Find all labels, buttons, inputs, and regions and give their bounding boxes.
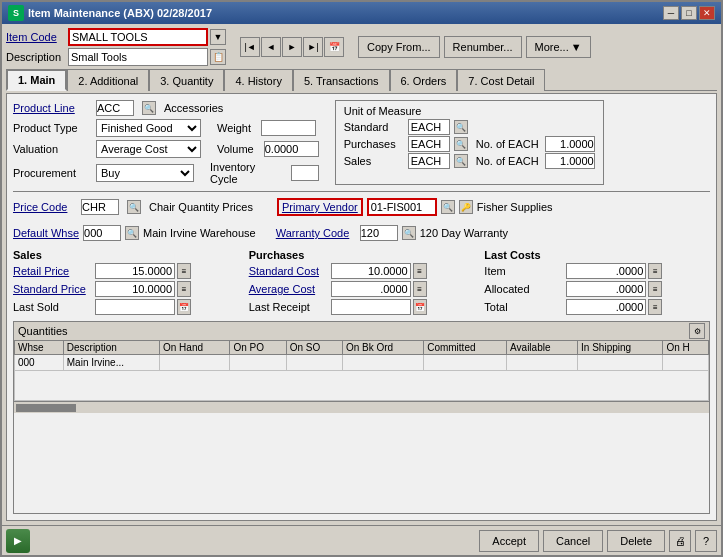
tab-quantity[interactable]: 3. Quantity bbox=[149, 69, 224, 91]
default-whse-input[interactable] bbox=[83, 225, 121, 241]
procurement-label: Procurement bbox=[13, 167, 88, 179]
valuation-select[interactable]: Average Cost LIFO FIFO Standard bbox=[96, 140, 201, 158]
procurement-select[interactable]: Buy Make bbox=[96, 164, 194, 182]
std-cost-row: Standard Cost ≡ bbox=[249, 263, 475, 279]
lc-item-calc[interactable]: ≡ bbox=[648, 263, 662, 279]
description-input[interactable] bbox=[68, 48, 208, 66]
lc-item-input[interactable] bbox=[566, 263, 646, 279]
valuation-label: Valuation bbox=[13, 143, 88, 155]
tabs-row: 1. Main 2. Additional 3. Quantity 4. His… bbox=[6, 68, 717, 91]
std-cost-input[interactable] bbox=[331, 263, 411, 279]
col-committed: Committed bbox=[424, 341, 507, 355]
cancel-button[interactable]: Cancel bbox=[543, 530, 603, 552]
uom-sales-lookup[interactable]: 🔍 bbox=[454, 154, 468, 168]
renumber-button[interactable]: Renumber... bbox=[444, 36, 522, 58]
retail-price-calc[interactable]: ≡ bbox=[177, 263, 191, 279]
nav-prev[interactable]: ◄ bbox=[261, 37, 281, 57]
last-receipt-input[interactable] bbox=[331, 299, 411, 315]
bottom-bar: ▶ Accept Cancel Delete 🖨 ? bbox=[2, 525, 721, 555]
uom-standard-input[interactable] bbox=[408, 119, 450, 135]
last-receipt-calendar[interactable]: 📅 bbox=[413, 299, 427, 315]
uom-section: Unit of Measure Standard 🔍 Purchases 🔍 N… bbox=[335, 100, 604, 185]
inventory-cycle-input[interactable] bbox=[291, 165, 319, 181]
warranty-code-name: 120 Day Warranty bbox=[420, 227, 508, 239]
price-code-input[interactable] bbox=[81, 199, 119, 215]
primary-vendor-input[interactable] bbox=[367, 198, 437, 216]
col-whse: Whse bbox=[15, 341, 64, 355]
nav-calendar[interactable]: 📅 bbox=[324, 37, 344, 57]
description-notes[interactable]: 📋 bbox=[210, 49, 226, 65]
nav-first[interactable]: |◄ bbox=[240, 37, 260, 57]
tab-transactions[interactable]: 5. Transactions bbox=[293, 69, 390, 91]
default-whse-name: Main Irvine Warehouse bbox=[143, 227, 256, 239]
primary-vendor-icon2[interactable]: 🔑 bbox=[459, 200, 473, 214]
minimize-button[interactable]: ─ bbox=[663, 6, 679, 20]
print-button[interactable]: 🖨 bbox=[669, 530, 691, 552]
accept-button[interactable]: Accept bbox=[479, 530, 539, 552]
cell-on-h bbox=[663, 355, 709, 371]
close-button[interactable]: ✕ bbox=[699, 6, 715, 20]
tab-cost-detail[interactable]: 7. Cost Detail bbox=[457, 69, 545, 91]
avg-cost-calc[interactable]: ≡ bbox=[413, 281, 427, 297]
description-group: Description 📋 bbox=[6, 48, 226, 66]
uom-title: Unit of Measure bbox=[344, 105, 595, 117]
uom-purchases-lookup[interactable]: 🔍 bbox=[454, 137, 468, 151]
quantities-options[interactable]: ⚙ bbox=[689, 323, 705, 339]
sage-logo: S bbox=[8, 5, 24, 21]
lc-total-calc[interactable]: ≡ bbox=[648, 299, 662, 315]
lc-total-label: Total bbox=[484, 301, 564, 313]
purchases-no-input[interactable] bbox=[545, 136, 595, 152]
warranty-code-input[interactable] bbox=[360, 225, 398, 241]
weight-input[interactable] bbox=[261, 120, 316, 136]
default-whse-lookup[interactable]: 🔍 bbox=[125, 226, 139, 240]
uom-standard-lookup[interactable]: 🔍 bbox=[454, 120, 468, 134]
cell-description: Main Irvine... bbox=[63, 355, 159, 371]
standard-price-calc[interactable]: ≡ bbox=[177, 281, 191, 297]
lc-allocated-row: Allocated ≡ bbox=[484, 281, 710, 297]
tab-additional[interactable]: 2. Additional bbox=[67, 69, 149, 91]
maximize-button[interactable]: □ bbox=[681, 6, 697, 20]
std-cost-calc[interactable]: ≡ bbox=[413, 263, 427, 279]
product-type-label: Product Type bbox=[13, 122, 88, 134]
primary-vendor-label: Primary Vendor bbox=[277, 198, 363, 216]
nav-last[interactable]: ►| bbox=[303, 37, 323, 57]
copy-from-button[interactable]: Copy From... bbox=[358, 36, 440, 58]
item-code-lookup[interactable]: ▼ bbox=[210, 29, 226, 45]
sales-no-input[interactable] bbox=[545, 153, 595, 169]
col-on-po: On PO bbox=[230, 341, 286, 355]
help-button[interactable]: ? bbox=[695, 530, 717, 552]
start-button[interactable]: ▶ bbox=[6, 529, 30, 553]
price-code-label: Price Code bbox=[13, 201, 73, 213]
more-button[interactable]: More... ▼ bbox=[526, 36, 591, 58]
lc-allocated-calc[interactable]: ≡ bbox=[648, 281, 662, 297]
product-line-input[interactable] bbox=[96, 100, 134, 116]
primary-vendor-lookup[interactable]: 🔍 bbox=[441, 200, 455, 214]
retail-price-input[interactable] bbox=[95, 263, 175, 279]
uom-standard-row: Standard 🔍 bbox=[344, 119, 595, 135]
tab-history[interactable]: 4. History bbox=[224, 69, 292, 91]
item-code-input[interactable] bbox=[68, 28, 208, 46]
sales-title: Sales bbox=[13, 249, 239, 261]
uom-purchases-label: Purchases bbox=[344, 138, 404, 150]
last-receipt-label: Last Receipt bbox=[249, 301, 329, 313]
product-type-select[interactable]: Finished Good Raw Material Labor Service bbox=[96, 119, 201, 137]
nav-next[interactable]: ► bbox=[282, 37, 302, 57]
horizontal-scrollbar[interactable] bbox=[14, 401, 709, 413]
last-sold-input[interactable] bbox=[95, 299, 175, 315]
tab-main[interactable]: 1. Main bbox=[6, 69, 67, 91]
price-code-lookup[interactable]: 🔍 bbox=[127, 200, 141, 214]
uom-purchases-input[interactable] bbox=[408, 136, 450, 152]
uom-sales-input[interactable] bbox=[408, 153, 450, 169]
avg-cost-input[interactable] bbox=[331, 281, 411, 297]
title-bar-left: S Item Maintenance (ABX) 02/28/2017 bbox=[8, 5, 212, 21]
last-sold-calendar[interactable]: 📅 bbox=[177, 299, 191, 315]
lc-allocated-input[interactable] bbox=[566, 281, 646, 297]
lc-total-input[interactable] bbox=[566, 299, 646, 315]
primary-vendor-name: Fisher Supplies bbox=[477, 201, 553, 213]
volume-input[interactable] bbox=[264, 141, 319, 157]
warranty-code-lookup[interactable]: 🔍 bbox=[402, 226, 416, 240]
delete-button[interactable]: Delete bbox=[607, 530, 665, 552]
product-line-lookup[interactable]: 🔍 bbox=[142, 101, 156, 115]
standard-price-input[interactable] bbox=[95, 281, 175, 297]
tab-orders[interactable]: 6. Orders bbox=[390, 69, 458, 91]
